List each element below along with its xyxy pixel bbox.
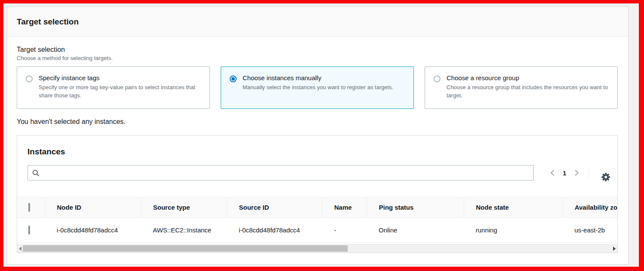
pagination: 1 xyxy=(547,166,607,179)
toolbar-divider xyxy=(589,166,589,179)
scroll-left-arrow-icon[interactable] xyxy=(19,247,21,251)
instances-search-box[interactable] xyxy=(27,165,534,181)
page-title: Target selection xyxy=(17,17,618,27)
column-header-availability-zone: Availability zone xyxy=(562,197,617,218)
section-description: Choose a method for selecting targets. xyxy=(17,55,618,61)
select-all-checkbox[interactable] xyxy=(28,203,30,212)
cell-ping-status: Online xyxy=(367,218,464,243)
option-description: Choose a resource group that includes th… xyxy=(447,84,610,100)
no-instances-selected-message: You haven't selected any instances. xyxy=(17,118,618,126)
cell-source-id: i-0c8cdd48fd78adcc4 xyxy=(227,218,322,243)
table-row: i-0c8cdd48fd78adcc4 AWS::EC2::Instance i… xyxy=(17,218,617,243)
search-icon xyxy=(32,169,39,177)
card-body: Target selection Choose a method for sel… xyxy=(7,37,628,262)
option-specify-instance-tags[interactable]: Specify instance tags Specify one or mor… xyxy=(17,66,210,109)
previous-page-button[interactable] xyxy=(547,167,559,179)
option-description: Manually select the instances you want t… xyxy=(243,84,393,92)
cell-source-type: AWS::EC2::Instance xyxy=(141,218,227,243)
cell-availability-zone: us-east-2b xyxy=(562,218,617,243)
row-select-cell xyxy=(17,218,45,243)
row-checkbox[interactable] xyxy=(28,226,30,235)
instances-toolbar: 1 xyxy=(27,165,607,181)
column-header-node-id: Node ID xyxy=(45,197,141,218)
radio-unselected-icon[interactable] xyxy=(434,75,440,82)
option-title: Choose instances manually xyxy=(243,74,393,81)
red-annotation-frame: Target selection Target selection Choose… xyxy=(0,0,644,271)
scrollbar-thumb[interactable] xyxy=(23,245,348,252)
target-selection-card: Target selection Target selection Choose… xyxy=(7,6,629,265)
option-description: Specify one or more tag key-value pairs … xyxy=(39,84,202,100)
scroll-right-arrow-icon[interactable] xyxy=(613,247,616,251)
column-header-source-type: Source type xyxy=(141,197,227,218)
current-page-number: 1 xyxy=(563,169,566,177)
column-header-node-state: Node state xyxy=(464,197,562,218)
option-choose-resource-group[interactable]: Choose a resource group Choose a resourc… xyxy=(425,66,618,109)
instances-table: Node ID Source type Source ID Name Ping … xyxy=(17,197,617,243)
settings-button[interactable] xyxy=(596,167,607,178)
chevron-left-icon xyxy=(549,169,556,176)
card-header: Target selection xyxy=(7,7,628,37)
section-label: Target selection xyxy=(17,46,618,54)
column-header-ping-status: Ping status xyxy=(367,197,464,218)
next-page-button[interactable] xyxy=(571,167,583,179)
instances-panel-title: Instances xyxy=(27,146,607,157)
horizontal-scrollbar[interactable] xyxy=(17,244,617,253)
radio-unselected-icon[interactable] xyxy=(26,75,33,82)
column-header-source-id: Source ID xyxy=(227,197,322,218)
instances-table-wrap: Node ID Source type Source ID Name Ping … xyxy=(17,197,617,243)
select-all-header-cell xyxy=(17,197,45,218)
cell-node-state: running xyxy=(464,218,562,243)
radio-selected-icon[interactable] xyxy=(230,75,237,82)
option-title: Specify instance tags xyxy=(39,74,202,81)
search-input[interactable] xyxy=(43,169,529,176)
cell-name: - xyxy=(322,218,367,243)
cell-node-id: i-0c8cdd48fd78adcc4 xyxy=(45,218,141,243)
table-header-row: Node ID Source type Source ID Name Ping … xyxy=(17,197,617,218)
column-header-name: Name xyxy=(322,197,367,218)
instances-panel: Instances xyxy=(17,135,618,253)
chevron-right-icon xyxy=(573,169,580,176)
option-choose-instances-manually[interactable]: Choose instances manually Manually selec… xyxy=(221,66,414,109)
option-title: Choose a resource group xyxy=(447,74,610,81)
target-method-options: Specify instance tags Specify one or mor… xyxy=(17,66,618,109)
